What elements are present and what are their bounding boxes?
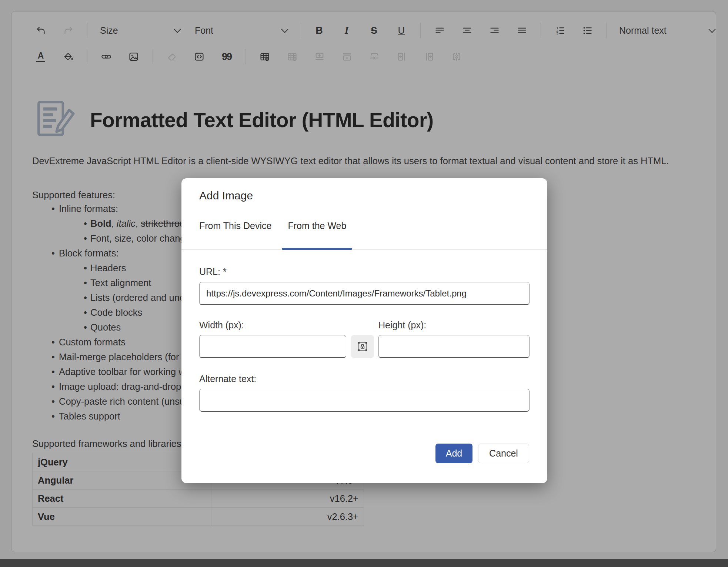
insert-table-icon <box>260 52 270 62</box>
framework-row: Vuev2.6.3+ <box>33 508 364 526</box>
document-edit-icon <box>32 99 77 141</box>
image-icon <box>128 52 139 62</box>
insert-table-button[interactable] <box>256 48 273 65</box>
size-dropdown-label: Size <box>100 25 118 36</box>
height-input[interactable] <box>378 335 530 358</box>
toolbar-separator <box>541 23 541 38</box>
toolbar-separator <box>420 23 421 38</box>
height-label: Height (px): <box>378 320 426 331</box>
delete-column-button[interactable] <box>448 48 465 65</box>
blockquote-button[interactable]: 99 <box>218 48 235 65</box>
framework-row: Reactv16.2+ <box>33 490 364 508</box>
chevron-down-icon <box>174 26 181 33</box>
framework-name: Vue <box>33 508 211 526</box>
tab-from-this-device[interactable]: From This Device <box>199 217 271 249</box>
tab-from-the-web[interactable]: From the Web <box>288 217 346 249</box>
insert-column-right-button[interactable] <box>421 48 438 65</box>
dialog-tabs: From This DeviceFrom the Web <box>181 217 547 250</box>
delete-row-button[interactable] <box>366 48 383 65</box>
toolbar-row-2: A 99 <box>11 43 716 70</box>
code-block-icon <box>194 52 204 62</box>
align-center-button[interactable] <box>458 22 475 39</box>
undo-icon <box>36 26 46 36</box>
format-dropdown-label: Normal text <box>619 25 667 36</box>
size-dropdown[interactable]: Size <box>98 22 182 39</box>
alternate-text-input[interactable] <box>199 389 530 412</box>
width-input[interactable] <box>199 335 346 358</box>
eraser-icon <box>167 52 177 62</box>
lock-aspect-ratio-button[interactable] <box>351 335 374 358</box>
link-button[interactable] <box>98 48 115 65</box>
insert-column-left-button[interactable] <box>393 48 410 65</box>
bullet-list-button[interactable] <box>579 22 596 39</box>
cancel-button[interactable]: Cancel <box>478 444 529 463</box>
align-right-button[interactable] <box>486 22 503 39</box>
tab-label: From the Web <box>288 220 346 231</box>
toolbar-separator <box>153 49 153 64</box>
bottom-strip <box>0 559 728 567</box>
insert-row-above-icon <box>314 52 325 62</box>
delete-row-icon <box>369 52 380 62</box>
toolbar-separator <box>87 49 87 64</box>
add-image-dialog: Add Image From This DeviceFrom the Web U… <box>181 178 547 483</box>
format-dropdown[interactable]: Normal text <box>617 22 716 39</box>
url-input[interactable] <box>199 282 530 305</box>
align-right-icon <box>490 26 500 36</box>
document-title-row: Formatted Text Editor (HTML Editor) <box>32 99 695 141</box>
bold-button[interactable]: B <box>311 22 328 39</box>
clear-formatting-button[interactable] <box>163 48 180 65</box>
undo-button[interactable] <box>32 22 49 39</box>
insert-column-right-icon <box>424 52 434 62</box>
redo-icon <box>63 26 73 36</box>
toolbar-separator <box>606 23 607 38</box>
underline-icon: U <box>398 25 405 36</box>
tab-label: From This Device <box>199 220 271 231</box>
active-tab-underline <box>282 248 352 250</box>
link-icon <box>101 52 111 62</box>
image-button[interactable] <box>125 48 142 65</box>
delete-table-button[interactable] <box>284 48 301 65</box>
font-color-icon: A <box>36 52 45 62</box>
background-color-button[interactable] <box>60 48 77 65</box>
toolbar-separator <box>87 23 87 38</box>
ordered-list-icon: 123 <box>555 26 565 36</box>
framework-version: v2.6.3+ <box>211 508 364 526</box>
align-center-icon <box>462 26 472 36</box>
font-dropdown[interactable]: Font <box>193 22 290 39</box>
font-color-button[interactable]: A <box>32 48 49 65</box>
align-justify-icon <box>517 26 527 36</box>
add-button[interactable]: Add <box>435 444 472 463</box>
ordered-list-button[interactable]: 123 <box>551 22 568 39</box>
toolbar-separator <box>246 49 246 64</box>
page-title: Formatted Text Editor (HTML Editor) <box>90 108 434 132</box>
insert-row-below-icon <box>342 52 352 62</box>
framework-version: v16.2+ <box>211 490 364 508</box>
bold-icon: B <box>315 25 323 36</box>
chevron-down-icon <box>281 26 288 33</box>
insert-row-above-button[interactable] <box>311 48 328 65</box>
code-block-button[interactable] <box>191 48 208 65</box>
alternate-text-label: Alternate text: <box>199 374 256 384</box>
redo-button[interactable] <box>60 22 77 39</box>
delete-table-icon <box>287 52 297 62</box>
framework-name: React <box>33 490 211 508</box>
toolbar-separator <box>300 23 300 38</box>
strikethrough-button[interactable]: S <box>365 22 383 39</box>
underline-button[interactable]: U <box>393 22 410 39</box>
align-left-icon <box>435 26 445 36</box>
font-dropdown-label: Font <box>195 25 213 36</box>
align-left-button[interactable] <box>431 22 448 39</box>
italic-icon: I <box>345 25 349 36</box>
intro-paragraph: DevExtreme JavaScript HTML Editor is a c… <box>32 154 695 168</box>
page: Size Font B I S U <box>0 0 728 567</box>
svg-text:3: 3 <box>556 31 558 35</box>
toolbar-row-1: Size Font B I S U <box>11 17 716 43</box>
delete-column-icon <box>451 52 462 62</box>
italic-button[interactable]: I <box>338 22 355 39</box>
bullet-list-icon <box>582 26 592 36</box>
chevron-down-icon <box>708 26 716 33</box>
insert-row-below-button[interactable] <box>338 48 355 65</box>
align-justify-button[interactable] <box>513 22 530 39</box>
url-label: URL: * <box>199 266 227 277</box>
dialog-title: Add Image <box>199 189 253 202</box>
